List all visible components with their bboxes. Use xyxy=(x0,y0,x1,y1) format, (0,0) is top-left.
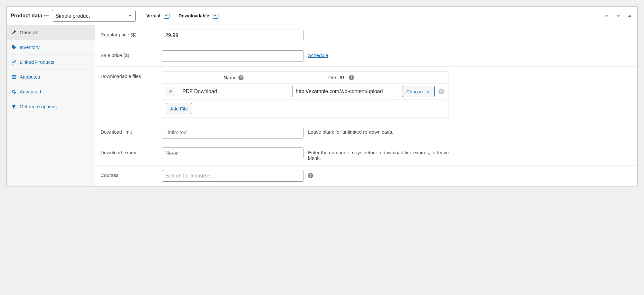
tab-label: Inventory xyxy=(20,44,40,50)
download-limit-help: Leave blank for unlimited re-downloads. xyxy=(303,127,393,135)
wrench-icon xyxy=(11,30,16,35)
downloadable-checkbox[interactable] xyxy=(213,13,218,19)
tab-advanced[interactable]: Advanced xyxy=(7,84,95,99)
row-download-expiry: Download expiry Enter the number of days… xyxy=(95,143,637,165)
dl-header: Name ? File URL ? xyxy=(162,71,448,83)
tab-label: General xyxy=(20,30,37,35)
download-limit-label: Download limit xyxy=(101,127,162,135)
move-up-button[interactable] xyxy=(603,12,610,19)
panel-header: Product data — Simple product Virtual: D… xyxy=(7,7,637,25)
row-sale-price: Sale price ($) Schedule xyxy=(95,46,637,66)
panel-body: General Inventory Linked Products Attrib… xyxy=(7,25,637,186)
product-type-select-wrap: Simple product xyxy=(52,10,136,22)
divider xyxy=(141,12,141,19)
downloadable-files-box: Name ? File URL ? xyxy=(162,71,448,118)
virtual-label: Virtual: xyxy=(146,13,162,18)
tab-label: Advanced xyxy=(20,89,41,94)
tab-label: Linked Products xyxy=(20,59,54,65)
tab-label: Get more options xyxy=(20,104,57,109)
help-icon[interactable]: ? xyxy=(349,75,354,80)
move-down-button[interactable] xyxy=(615,12,622,19)
help-icon[interactable]: ? xyxy=(308,173,313,178)
choose-file-button[interactable]: Choose file xyxy=(402,86,435,97)
list-icon xyxy=(11,74,16,80)
link-icon xyxy=(11,60,16,65)
plug-icon xyxy=(11,104,16,109)
product-data-panel: Product data — Simple product Virtual: D… xyxy=(6,6,638,186)
dl-file-row: Choose file ✕ xyxy=(162,83,448,99)
tab-get-more-options[interactable]: Get more options xyxy=(7,99,95,114)
download-expiry-help: Enter the number of days before a downlo… xyxy=(303,148,458,161)
courses-label: Courses xyxy=(101,170,162,178)
downloadable-files-label: Downloadable files xyxy=(101,71,162,79)
dl-file-url-input[interactable] xyxy=(292,86,398,97)
sale-price-input[interactable] xyxy=(162,50,303,62)
dl-url-header: File URL xyxy=(328,75,347,80)
row-courses: Courses ? xyxy=(95,165,637,186)
regular-price-input[interactable] xyxy=(162,30,303,41)
virtual-checkbox[interactable] xyxy=(164,13,169,19)
collapse-button[interactable] xyxy=(626,12,633,19)
svg-rect-3 xyxy=(12,78,16,79)
svg-marker-0 xyxy=(628,15,632,17)
regular-price-label: Regular price ($) xyxy=(101,30,162,37)
dl-file-name-input[interactable] xyxy=(179,86,288,97)
tab-linked-products[interactable]: Linked Products xyxy=(7,55,95,70)
tabs: General Inventory Linked Products Attrib… xyxy=(7,25,95,186)
panel-title: Product data — xyxy=(11,13,49,19)
courses-search-input[interactable] xyxy=(162,170,303,182)
download-expiry-label: Download expiry xyxy=(101,148,162,155)
row-regular-price: Regular price ($) xyxy=(95,25,637,46)
row-downloadable-files: Downloadable files Name ? File URL ? xyxy=(95,66,637,122)
virtual-option[interactable]: Virtual: xyxy=(146,13,169,19)
svg-rect-1 xyxy=(12,75,16,76)
general-form: Regular price ($) Sale price ($) Schedul… xyxy=(95,25,637,186)
gear-icon xyxy=(11,89,16,94)
sale-price-label: Sale price ($) xyxy=(101,50,162,58)
dl-name-header: Name xyxy=(224,75,236,80)
tab-inventory[interactable]: Inventory xyxy=(7,40,95,55)
svg-rect-2 xyxy=(12,76,16,77)
tag-icon xyxy=(11,45,16,50)
tab-general[interactable]: General xyxy=(7,25,95,40)
downloadable-option[interactable]: Downloadable: xyxy=(178,13,218,19)
downloadable-label: Downloadable: xyxy=(178,13,211,18)
row-download-limit: Download limit Leave blank for unlimited… xyxy=(95,122,637,143)
delete-file-icon[interactable]: ✕ xyxy=(438,89,444,94)
download-limit-input[interactable] xyxy=(162,127,303,138)
help-icon[interactable]: ? xyxy=(238,75,244,80)
download-expiry-input[interactable] xyxy=(162,148,303,159)
schedule-link[interactable]: Schedule xyxy=(308,52,328,58)
tab-attributes[interactable]: Attributes xyxy=(7,70,95,84)
tab-label: Attributes xyxy=(20,74,40,80)
add-file-button[interactable]: Add File xyxy=(166,103,192,114)
drag-handle-icon[interactable] xyxy=(166,87,175,96)
dl-footer: Add File xyxy=(162,99,448,118)
product-type-select[interactable]: Simple product xyxy=(52,10,136,22)
